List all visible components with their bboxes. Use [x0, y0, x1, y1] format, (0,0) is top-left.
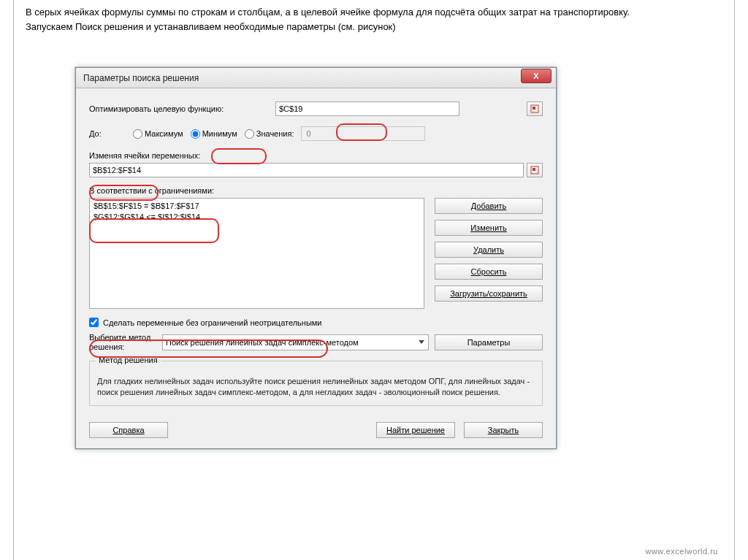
radio-maximum-label: Максимум — [145, 129, 183, 138]
constraints-list[interactable]: $B$15:$F$15 = $B$17:$F$17 $G$12:$G$14 <=… — [89, 198, 424, 309]
constraint-item[interactable]: $B$15:$F$15 = $B$17:$F$17 — [94, 201, 420, 212]
titlebar: Параметры поиска решения X — [76, 68, 556, 88]
method-select[interactable] — [162, 334, 429, 350]
intro-text: В серых ячейках формулы суммы по строкам… — [26, 6, 722, 33]
radio-minimum-label: Минимум — [202, 129, 237, 138]
radio-minimum[interactable]: Минимум — [191, 129, 237, 139]
radio-minimum-input[interactable] — [191, 129, 200, 139]
solver-dialog: Параметры поиска решения X Оптимизироват… — [75, 67, 557, 449]
intro-line2: Запускаем Поиск решения и устанавливаем … — [26, 20, 722, 34]
close-button[interactable]: X — [521, 69, 552, 83]
vars-label: Изменяя ячейки переменных: — [89, 151, 543, 160]
reset-button[interactable]: Сбросить — [435, 264, 543, 280]
close-dialog-button[interactable]: Закрыть — [464, 422, 543, 438]
objective-input[interactable] — [275, 101, 459, 116]
objective-label: Оптимизировать целевую функцию: — [89, 104, 275, 113]
constraints-label: В соответствии с ограничениями: — [89, 186, 543, 195]
vars-input[interactable] — [89, 163, 524, 177]
radio-value[interactable]: Значения: — [245, 129, 294, 139]
delete-button[interactable]: Удалить — [435, 242, 543, 258]
radio-value-input[interactable] — [245, 129, 254, 139]
watermark: www.excelworld.ru — [645, 547, 718, 556]
intro-line1: В серых ячейках формулы суммы по строкам… — [26, 6, 722, 19]
chevron-down-icon[interactable] — [419, 340, 424, 344]
radio-value-label: Значения: — [256, 129, 294, 138]
range-picker-icon[interactable] — [527, 101, 543, 116]
range-picker-icon[interactable] — [527, 163, 543, 177]
svg-rect-3 — [533, 168, 535, 171]
solve-button[interactable]: Найти решение — [376, 422, 455, 438]
svg-rect-1 — [533, 107, 535, 110]
add-button[interactable]: Добавить — [435, 198, 543, 214]
nonneg-label: Сделать переменные без ограничений неотр… — [103, 318, 322, 327]
group-text: Для гладких нелинейных задач используйте… — [97, 376, 535, 398]
radio-maximum-input[interactable] — [133, 129, 142, 139]
method-groupbox: Метод решения Для гладких нелинейных зад… — [89, 361, 543, 406]
group-title: Метод решения — [96, 356, 161, 364]
dialog-title: Параметры поиска решения — [83, 73, 521, 83]
radio-maximum[interactable]: Максимум — [133, 129, 183, 139]
constraint-item[interactable]: $G$12:$G$14 <= $I$12:$I$14 — [94, 212, 420, 223]
nonneg-checkbox[interactable] — [89, 318, 99, 327]
params-button[interactable]: Параметры — [435, 334, 543, 350]
loadsave-button[interactable]: Загрузить/сохранить — [435, 285, 543, 302]
value-input[interactable] — [301, 126, 425, 141]
method-label: Выберите метод решения: — [89, 333, 156, 352]
to-label: До: — [89, 129, 133, 138]
change-button[interactable]: Изменить — [435, 220, 543, 236]
help-button[interactable]: Справка — [89, 422, 168, 438]
